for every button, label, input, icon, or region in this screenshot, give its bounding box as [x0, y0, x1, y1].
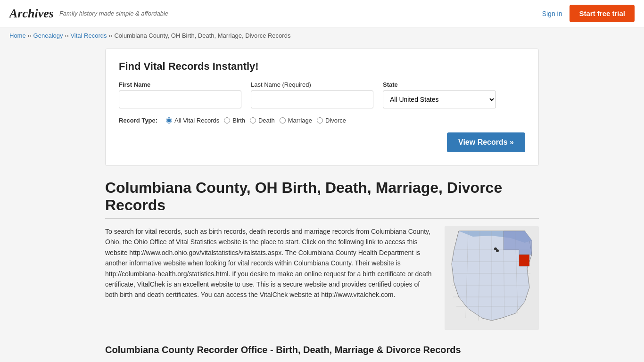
state-select[interactable]: All United States: [383, 90, 496, 108]
first-name-group: First Name: [119, 81, 241, 108]
record-type-birth: Birth: [224, 117, 245, 124]
ohio-map: [445, 226, 539, 331]
breadcrumb-home[interactable]: Home: [9, 32, 26, 39]
state-group: State All United States: [383, 81, 496, 108]
page-description: To search for vital records, such as bir…: [105, 226, 433, 300]
search-box: Find Vital Records Instantly! First Name…: [105, 49, 539, 166]
last-name-label: Last Name (Required): [251, 81, 373, 88]
breadcrumb-current: Columbiana County, OH Birth, Death, Marr…: [114, 32, 290, 39]
start-trial-button[interactable]: Start free trial: [570, 5, 635, 22]
record-type-marriage: Marriage: [280, 117, 312, 124]
radio-birth[interactable]: [224, 117, 230, 123]
breadcrumb: Home ›› Genealogy ›› Vital Records ›› Co…: [0, 27, 644, 44]
radio-death[interactable]: [250, 117, 256, 123]
radio-marriage[interactable]: [280, 117, 286, 123]
content-text: To search for vital records, such as bir…: [105, 226, 433, 331]
radio-all-vital[interactable]: [166, 117, 172, 123]
search-footer: View Records »: [119, 132, 525, 152]
state-label: State: [383, 81, 496, 88]
record-type-row: Record Type: All Vital Records Birth Dea…: [119, 117, 525, 124]
svg-rect-12: [519, 255, 529, 266]
radio-divorce[interactable]: [317, 117, 323, 123]
record-type-death: Death: [250, 117, 275, 124]
breadcrumb-vital-records[interactable]: Vital Records: [70, 32, 107, 39]
last-name-group: Last Name (Required): [251, 81, 373, 108]
site-header: Archives Family history made simple & af…: [0, 0, 644, 27]
search-title: Find Vital Records Instantly!: [119, 60, 525, 73]
record-type-all: All Vital Records: [166, 117, 219, 124]
site-logo: Archives: [9, 7, 54, 21]
view-records-button[interactable]: View Records »: [447, 132, 525, 152]
content-area: To search for vital records, such as bir…: [105, 226, 539, 331]
sign-in-link[interactable]: Sign in: [542, 10, 562, 17]
first-name-input[interactable]: [119, 90, 241, 108]
search-fields: First Name Last Name (Required) State Al…: [119, 81, 525, 108]
record-type-label: Record Type:: [119, 117, 157, 124]
first-name-label: First Name: [119, 81, 241, 88]
section-heading: Columbiana County Recorder Office - Birt…: [105, 345, 539, 355]
site-tagline: Family history made simple & affordable: [59, 10, 168, 17]
header-right: Sign in Start free trial: [542, 5, 635, 22]
record-type-divorce: Divorce: [317, 117, 346, 124]
header-left: Archives Family history made simple & af…: [9, 7, 168, 21]
ohio-map-svg: [445, 226, 539, 330]
main-content: Find Vital Records Instantly! First Name…: [96, 44, 548, 362]
page-title: Columbiana County, OH Birth, Death, Marr…: [105, 179, 539, 219]
svg-point-14: [496, 249, 499, 252]
breadcrumb-genealogy[interactable]: Genealogy: [33, 32, 63, 39]
last-name-input[interactable]: [251, 90, 373, 108]
